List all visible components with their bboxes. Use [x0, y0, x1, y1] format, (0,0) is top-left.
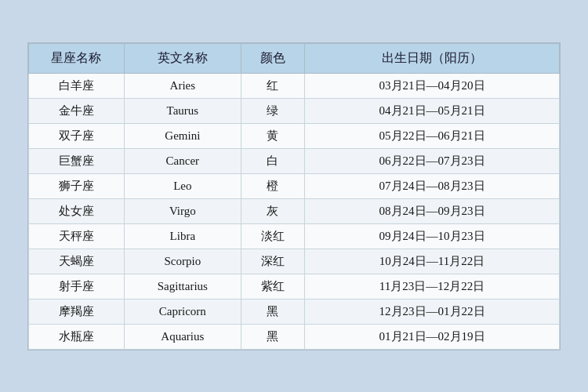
table-row: 金牛座Taurus绿04月21日—05月21日 [29, 98, 560, 123]
cell-zh: 摩羯座 [29, 299, 125, 324]
table-row: 巨蟹座Cancer白06月22日—07月23日 [29, 148, 560, 173]
cell-color: 淡红 [241, 223, 304, 249]
cell-zh: 天秤座 [29, 223, 125, 249]
table-row: 天蝎座Scorpio深红10月24日—11月22日 [29, 249, 560, 274]
cell-color: 紫红 [241, 274, 304, 299]
cell-en: Cancer [124, 148, 241, 173]
cell-zh: 白羊座 [29, 73, 125, 98]
zodiac-table-container: 星座名称 英文名称 颜色 出生日期（阳历） 白羊座Aries红03月21日—04… [27, 42, 561, 350]
table-row: 摩羯座Capricorn黑12月23日—01月22日 [29, 299, 560, 324]
cell-date: 09月24日—10月23日 [305, 223, 560, 249]
cell-en: Aquarius [124, 324, 241, 349]
cell-color: 绿 [241, 98, 304, 123]
cell-date: 05月22日—06月21日 [305, 123, 560, 148]
cell-en: Sagittarius [124, 274, 241, 299]
cell-date: 03月21日—04月20日 [305, 73, 560, 98]
cell-en: Capricorn [124, 299, 241, 324]
cell-zh: 狮子座 [29, 173, 125, 198]
cell-color: 红 [241, 73, 304, 98]
cell-color: 白 [241, 148, 304, 173]
table-row: 双子座Gemini黄05月22日—06月21日 [29, 123, 560, 148]
header-date: 出生日期（阳历） [305, 43, 560, 73]
cell-zh: 天蝎座 [29, 249, 125, 274]
table-row: 狮子座Leo橙07月24日—08月23日 [29, 173, 560, 198]
cell-color: 黑 [241, 324, 304, 349]
cell-date: 10月24日—11月22日 [305, 249, 560, 274]
cell-en: Scorpio [124, 249, 241, 274]
cell-color: 橙 [241, 173, 304, 198]
header-en: 英文名称 [124, 43, 241, 73]
table-row: 天秤座Libra淡红09月24日—10月23日 [29, 223, 560, 249]
cell-date: 11月23日—12月22日 [305, 274, 560, 299]
cell-date: 08月24日—09月23日 [305, 198, 560, 223]
cell-date: 01月21日—02月19日 [305, 324, 560, 349]
cell-zh: 处女座 [29, 198, 125, 223]
cell-zh: 巨蟹座 [29, 148, 125, 173]
table-row: 处女座Virgo灰08月24日—09月23日 [29, 198, 560, 223]
table-row: 白羊座Aries红03月21日—04月20日 [29, 73, 560, 98]
cell-en: Virgo [124, 198, 241, 223]
cell-zh: 水瓶座 [29, 324, 125, 349]
cell-zh: 双子座 [29, 123, 125, 148]
cell-en: Leo [124, 173, 241, 198]
cell-date: 06月22日—07月23日 [305, 148, 560, 173]
cell-color: 深红 [241, 249, 304, 274]
header-color: 颜色 [241, 43, 304, 73]
cell-date: 07月24日—08月23日 [305, 173, 560, 198]
cell-zh: 射手座 [29, 274, 125, 299]
cell-en: Aries [124, 73, 241, 98]
zodiac-table: 星座名称 英文名称 颜色 出生日期（阳历） 白羊座Aries红03月21日—04… [28, 43, 560, 350]
cell-color: 黑 [241, 299, 304, 324]
cell-en: Taurus [124, 98, 241, 123]
table-row: 水瓶座Aquarius黑01月21日—02月19日 [29, 324, 560, 349]
table-header-row: 星座名称 英文名称 颜色 出生日期（阳历） [29, 43, 560, 73]
cell-zh: 金牛座 [29, 98, 125, 123]
cell-date: 04月21日—05月21日 [305, 98, 560, 123]
cell-color: 灰 [241, 198, 304, 223]
table-row: 射手座Sagittarius紫红11月23日—12月22日 [29, 274, 560, 299]
cell-date: 12月23日—01月22日 [305, 299, 560, 324]
cell-color: 黄 [241, 123, 304, 148]
cell-en: Gemini [124, 123, 241, 148]
header-zh: 星座名称 [29, 43, 125, 73]
cell-en: Libra [124, 223, 241, 249]
